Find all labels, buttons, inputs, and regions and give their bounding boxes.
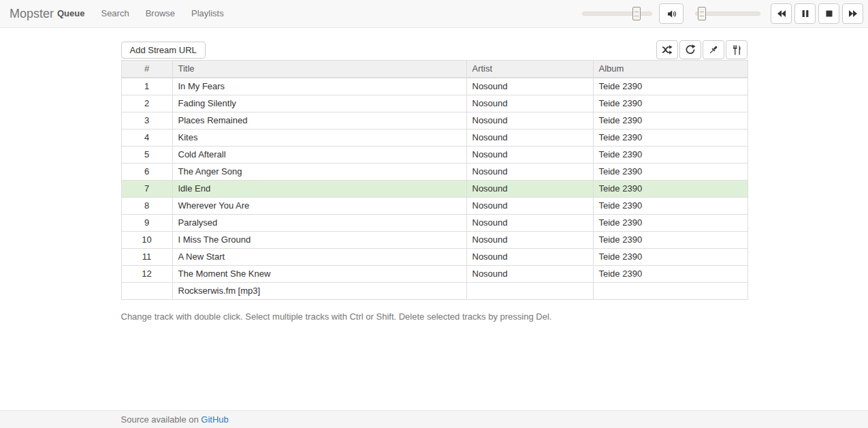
cell-artist: Nosound [466, 198, 593, 215]
shuffle-icon [662, 44, 673, 55]
table-row[interactable]: 7Idle EndNosoundTeide 2390 [121, 181, 748, 198]
column-header-album: Album [593, 61, 748, 78]
cell-album: Teide 2390 [593, 129, 748, 147]
shuffle-button[interactable] [656, 40, 678, 59]
cell-num: 5 [121, 147, 172, 164]
previous-button[interactable] [771, 3, 792, 24]
cell-title: Idle End [172, 181, 466, 198]
cell-title: In My Fears [172, 78, 466, 95]
cell-artist: Nosound [466, 112, 593, 129]
queue-page: Add Stream URL [121, 40, 748, 322]
cell-album: Teide 2390 [593, 147, 748, 164]
cell-num: 10 [121, 232, 172, 249]
table-row[interactable]: 10I Miss The GroundNosoundTeide 2390 [121, 232, 748, 249]
volume-button[interactable] [659, 3, 684, 24]
seek-slider[interactable] [695, 12, 760, 16]
volume-slider-handle[interactable] [632, 7, 641, 20]
cell-album [593, 283, 748, 300]
cell-album: Teide 2390 [593, 181, 748, 198]
cell-album: Teide 2390 [593, 95, 748, 112]
nav-item-queue[interactable]: Queue [49, 0, 93, 27]
column-header-title: Title [172, 61, 466, 78]
table-row[interactable]: 2Fading SilentlyNosoundTeide 2390 [121, 95, 748, 112]
pin-icon [708, 44, 719, 55]
cell-artist: Nosound [466, 95, 593, 112]
cell-title: Kites [172, 129, 466, 147]
cell-title: A New Start [172, 249, 466, 266]
table-row[interactable]: 6The Anger SongNosoundTeide 2390 [121, 164, 748, 181]
single-button[interactable] [703, 40, 724, 59]
cell-title: Wherever You Are [172, 198, 466, 215]
cell-num: 2 [121, 95, 172, 112]
table-row[interactable]: 4KitesNosoundTeide 2390 [121, 129, 748, 147]
cell-album: Teide 2390 [593, 164, 748, 181]
table-row[interactable]: 12The Moment She KnewNosoundTeide 2390 [121, 266, 748, 283]
cell-num: 7 [121, 181, 172, 198]
cell-artist: Nosound [466, 78, 593, 95]
cell-num: 3 [121, 112, 172, 129]
table-header-row: # Title Artist Album [121, 61, 748, 78]
cell-artist: Nosound [466, 266, 593, 283]
repeat-button[interactable] [679, 40, 701, 59]
footer: Source available on GitHub [0, 410, 868, 428]
speaker-icon [666, 9, 677, 19]
transport-controls [771, 3, 863, 24]
cell-album: Teide 2390 [593, 112, 748, 129]
cell-num [121, 283, 172, 300]
nav-item-browse[interactable]: Browse [138, 0, 183, 27]
fast-backward-icon [777, 9, 786, 18]
table-row[interactable]: 11A New StartNosoundTeide 2390 [121, 249, 748, 266]
table-row[interactable]: 9ParalysedNosoundTeide 2390 [121, 215, 748, 232]
pause-icon [801, 9, 810, 18]
queue-toolbar: Add Stream URL [121, 40, 748, 59]
stop-icon [824, 9, 834, 18]
volume-slider[interactable] [582, 12, 652, 16]
seek-slider-handle[interactable] [698, 7, 706, 20]
repeat-icon [685, 44, 696, 55]
cell-title: Rockserwis.fm [mp3] [172, 283, 466, 300]
stop-button[interactable] [818, 3, 839, 24]
cell-artist: Nosound [466, 249, 593, 266]
cell-num: 1 [121, 78, 172, 95]
pause-button[interactable] [794, 3, 816, 24]
brand[interactable]: Mopster [10, 0, 54, 27]
cell-title: Fading Silently [172, 95, 466, 112]
cell-num: 11 [121, 249, 172, 266]
cell-artist: Nosound [466, 181, 593, 198]
cell-artist: Nosound [466, 129, 593, 147]
cell-title: Cold Afterall [172, 147, 466, 164]
footer-text: Source available on [121, 414, 199, 425]
playback-mode-buttons [656, 40, 748, 59]
cell-artist [466, 283, 593, 300]
table-row[interactable]: 8Wherever You AreNosoundTeide 2390 [121, 198, 748, 215]
cell-title: Places Remained [172, 112, 466, 129]
cell-num: 4 [121, 129, 172, 147]
table-row[interactable]: 1In My FearsNosoundTeide 2390 [121, 78, 748, 95]
help-text: Change track with double click. Select m… [121, 311, 748, 322]
consume-button[interactable] [726, 40, 748, 59]
column-header-number: # [121, 61, 172, 78]
cell-album: Teide 2390 [593, 215, 748, 232]
cell-artist: Nosound [466, 232, 593, 249]
cell-album: Teide 2390 [593, 232, 748, 249]
cell-num: 6 [121, 164, 172, 181]
github-link[interactable]: GitHub [201, 414, 228, 425]
cell-album: Teide 2390 [593, 198, 748, 215]
cell-artist: Nosound [466, 147, 593, 164]
cell-title: The Moment She Knew [172, 266, 466, 283]
nav-item-playlists[interactable]: Playlists [183, 0, 232, 27]
navbar: Mopster Queue Search Browse Playlists [0, 0, 868, 28]
cell-title: I Miss The Ground [172, 232, 466, 249]
main-nav: Queue Search Browse Playlists [49, 0, 232, 27]
cell-num: 9 [121, 215, 172, 232]
nav-item-search[interactable]: Search [93, 0, 137, 27]
cutlery-icon [732, 45, 741, 55]
column-header-artist: Artist [466, 61, 593, 78]
cell-title: Paralysed [172, 215, 466, 232]
table-row[interactable]: 5Cold AfterallNosoundTeide 2390 [121, 147, 748, 164]
table-row[interactable]: 3Places RemainedNosoundTeide 2390 [121, 112, 748, 129]
cell-artist: Nosound [466, 215, 593, 232]
add-stream-url-button[interactable]: Add Stream URL [121, 42, 206, 59]
next-button[interactable] [842, 3, 863, 24]
table-row[interactable]: Rockserwis.fm [mp3] [121, 283, 748, 300]
